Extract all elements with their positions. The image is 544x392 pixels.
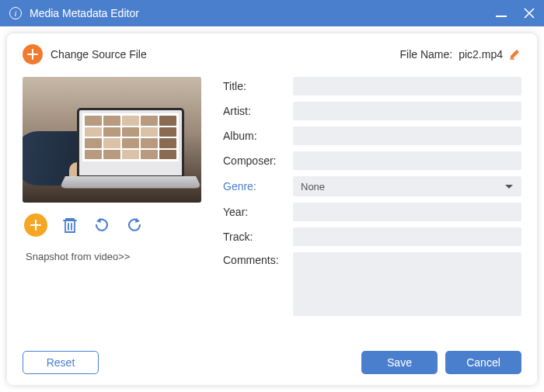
info-icon: i xyxy=(9,7,22,19)
album-label: Album: xyxy=(223,130,293,142)
file-name-label: File Name: xyxy=(400,48,453,61)
plus-icon xyxy=(23,44,43,64)
track-input[interactable] xyxy=(293,227,521,246)
title-bar: i Media Metadata Editor xyxy=(0,0,544,26)
composer-label: Composer: xyxy=(223,154,293,167)
bottom-bar: Reset Save Cancel xyxy=(23,340,521,374)
window-title: Media Metadata Editor xyxy=(30,7,496,19)
genre-label: Genre: xyxy=(223,180,293,193)
add-cover-button[interactable] xyxy=(24,213,47,237)
delete-cover-button[interactable] xyxy=(61,216,78,234)
rotate-right-button[interactable] xyxy=(125,216,144,234)
artist-input[interactable] xyxy=(293,102,521,120)
comments-input[interactable] xyxy=(293,252,521,316)
artist-label: Artist: xyxy=(223,105,293,117)
minimize-button[interactable] xyxy=(496,7,507,19)
reset-button[interactable]: Reset xyxy=(23,351,99,374)
composer-input[interactable] xyxy=(293,151,521,170)
genre-select[interactable]: None xyxy=(293,176,521,196)
app-window: i Media Metadata Editor Change Source Fi… xyxy=(0,0,544,392)
title-label: Title: xyxy=(223,80,293,92)
album-input[interactable] xyxy=(293,127,521,145)
edit-filename-button[interactable] xyxy=(509,47,521,62)
comments-label: Comments: xyxy=(223,252,293,266)
snapshot-link[interactable]: Snapshot from video>> xyxy=(23,251,201,262)
rotate-left-button[interactable] xyxy=(92,216,111,234)
chevron-down-icon xyxy=(504,179,514,193)
close-button[interactable] xyxy=(524,8,535,19)
left-column: Snapshot from video>> xyxy=(23,77,201,340)
change-source-label: Change Source File xyxy=(51,48,147,61)
thumbnail-toolbar xyxy=(23,210,201,240)
file-name-value: pic2.mp4 xyxy=(459,48,503,61)
track-label: Track: xyxy=(223,231,293,243)
cancel-button[interactable]: Cancel xyxy=(445,351,521,374)
file-name-block: File Name: pic2.mp4 xyxy=(400,47,522,62)
title-input[interactable] xyxy=(293,77,521,95)
form-column: Title: Artist: Album: Composer: Genre: xyxy=(223,77,521,340)
main-area: Snapshot from video>> Title: Artist: Alb… xyxy=(23,77,521,340)
cover-thumbnail[interactable] xyxy=(23,77,201,203)
year-label: Year: xyxy=(223,206,293,218)
change-source-button[interactable]: Change Source File xyxy=(23,44,147,64)
save-button[interactable]: Save xyxy=(361,351,438,374)
genre-value: None xyxy=(301,181,504,193)
content-panel: Change Source File File Name: pic2.mp4 xyxy=(7,33,537,385)
top-row: Change Source File File Name: pic2.mp4 xyxy=(23,44,521,64)
year-input[interactable] xyxy=(293,203,521,221)
